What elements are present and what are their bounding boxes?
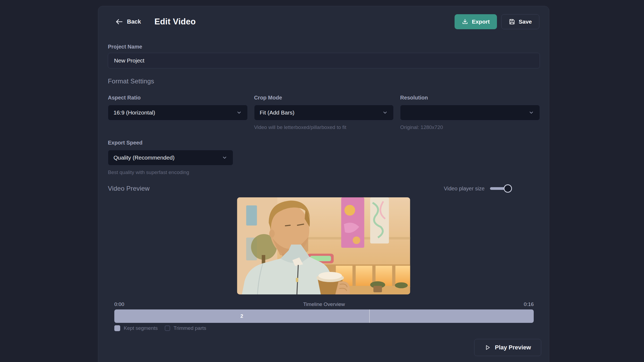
resolution-label: Resolution (400, 95, 540, 101)
video-still (237, 197, 410, 294)
play-icon (484, 344, 491, 351)
export-speed-label: Export Speed (108, 140, 233, 146)
legend-item-kept: Kept segments (114, 325, 158, 331)
back-button[interactable]: Back (115, 18, 141, 25)
timeline-segment-label: 2 (240, 313, 243, 319)
crop-mode-helper: Video will be letterboxed/pillarboxed to… (254, 124, 394, 130)
header: Back Edit Video Export Save (108, 13, 539, 30)
export-button[interactable]: Export (455, 14, 497, 29)
download-icon (462, 19, 468, 25)
player-size-slider-knob[interactable] (504, 184, 512, 193)
timeline-title: Timeline Overview (124, 301, 524, 307)
aspect-ratio-field: Aspect Ratio 16:9 (Horizontal) (108, 95, 248, 130)
export-speed-field: Export Speed Quality (Recommended) Best … (108, 140, 233, 175)
aspect-ratio-select[interactable]: 16:9 (Horizontal) (108, 105, 248, 120)
player-size-label: Video player size (444, 186, 485, 192)
page-title: Edit Video (155, 17, 196, 27)
back-arrow-icon (115, 19, 123, 25)
save-label: Save (519, 19, 532, 25)
timeline-segment[interactable]: 2 (114, 309, 369, 323)
project-name-value: New Project (114, 57, 144, 64)
export-speed-helper: Best quality with superfast encoding (108, 169, 233, 175)
video-preview-frame[interactable] (237, 197, 410, 294)
play-preview-label: Play Preview (495, 344, 531, 351)
back-label: Back (127, 18, 141, 25)
video-preview-header: Video Preview Video player size (108, 185, 539, 192)
save-button[interactable]: Save (501, 14, 539, 29)
crop-mode-select[interactable]: Fit (Add Bars) (254, 105, 394, 120)
chevron-down-icon (222, 155, 228, 161)
resolution-helper: Original: 1280x720 (400, 124, 540, 130)
format-settings-grid: Aspect Ratio 16:9 (Horizontal) Crop Mode… (108, 95, 540, 130)
trimmed-parts-label: Trimmed parts (174, 325, 206, 331)
export-speed-select[interactable]: Quality (Recommended) (108, 150, 233, 165)
player-size-slider[interactable] (490, 187, 507, 190)
legend-item-trimmed: Trimmed parts (165, 325, 206, 331)
aspect-ratio-value: 16:9 (Horizontal) (114, 109, 155, 116)
kept-segments-label: Kept segments (124, 325, 158, 331)
player-size-control: Video player size (444, 186, 539, 192)
video-preview-title: Video Preview (108, 185, 150, 192)
chevron-down-icon (382, 110, 388, 116)
play-preview-button[interactable]: Play Preview (474, 339, 541, 356)
export-speed-value: Quality (Recommended) (114, 154, 175, 161)
timeline-start-time: 0:00 (114, 301, 124, 307)
timeline-segment[interactable] (369, 309, 534, 323)
resolution-select[interactable] (400, 105, 540, 120)
timeline-overview-bar[interactable]: 2 (114, 309, 534, 323)
chevron-down-icon (528, 110, 534, 116)
timeline-legend: Kept segments Trimmed parts (114, 325, 206, 331)
project-name-label: Project Name (108, 44, 142, 50)
export-label: Export (472, 19, 490, 25)
aspect-ratio-label: Aspect Ratio (108, 95, 248, 101)
resolution-field: Resolution Original: 1280x720 (400, 95, 540, 130)
edit-video-panel: Back Edit Video Export Save Project Name… (98, 6, 549, 362)
crop-mode-field: Crop Mode Fit (Add Bars) Video will be l… (254, 95, 394, 130)
trimmed-parts-swatch (165, 326, 170, 331)
save-icon (509, 19, 515, 25)
crop-mode-label: Crop Mode (254, 95, 394, 101)
header-actions: Export Save (455, 14, 539, 29)
project-name-input[interactable]: New Project (108, 53, 540, 68)
crop-mode-value: Fit (Add Bars) (260, 109, 295, 116)
chevron-down-icon (236, 110, 242, 116)
format-settings-title: Format Settings (108, 77, 154, 85)
timeline-labels: 0:00 Timeline Overview 0:16 (114, 301, 534, 307)
timeline-end-time: 0:16 (524, 301, 534, 307)
kept-segments-swatch (114, 325, 120, 331)
